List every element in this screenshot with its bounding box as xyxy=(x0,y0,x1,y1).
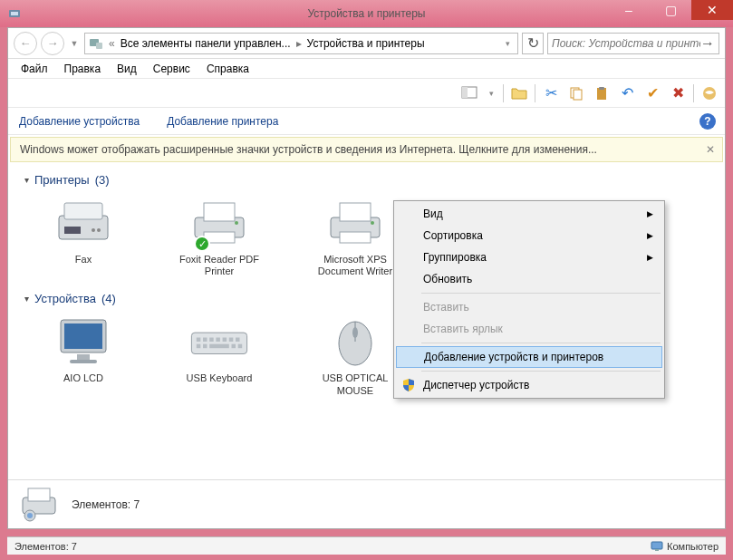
fax-icon xyxy=(51,196,116,250)
collapse-caret[interactable]: ▾ xyxy=(24,294,29,304)
svg-rect-36 xyxy=(197,344,201,349)
undo-icon[interactable]: ↶ xyxy=(617,83,637,103)
banner-close[interactable]: ✕ xyxy=(706,143,715,156)
svg-rect-39 xyxy=(232,344,236,349)
breadcrumb-part1[interactable]: Все элементы панели управлен... xyxy=(121,37,291,50)
device-label: USB Keyboard xyxy=(187,372,253,384)
nav-history-dropdown[interactable]: ▼ xyxy=(68,39,81,48)
folder-icon[interactable] xyxy=(509,83,529,103)
details-pane: Элементов: 7 xyxy=(8,479,725,528)
svg-point-23 xyxy=(371,221,374,225)
collapse-caret[interactable]: ▾ xyxy=(24,175,29,185)
svg-rect-17 xyxy=(204,203,235,221)
breadcrumb-sep: ▸ xyxy=(296,37,302,50)
refresh-button[interactable]: ↻ xyxy=(522,33,544,54)
svg-rect-31 xyxy=(209,338,214,343)
address-dropdown[interactable]: ▾ xyxy=(501,39,514,48)
cm-sep xyxy=(421,293,661,294)
menu-service[interactable]: Сервис xyxy=(146,61,198,77)
device-label: Microsoft XPS Document Writer xyxy=(305,254,405,277)
device-fax[interactable]: Fax xyxy=(34,196,133,277)
help-icon[interactable]: ? xyxy=(699,113,716,130)
svg-rect-32 xyxy=(216,338,220,343)
svg-rect-3 xyxy=(96,43,102,49)
copy-icon[interactable] xyxy=(566,83,586,103)
svg-point-15 xyxy=(97,228,101,232)
device-label: AIO LCD xyxy=(63,372,103,384)
device-monitor[interactable]: AIO LCD xyxy=(34,314,133,396)
maximize-button[interactable]: ▢ xyxy=(650,0,691,20)
search-input[interactable] xyxy=(552,37,700,50)
section-printers[interactable]: ▾ Принтеры (3) xyxy=(24,173,709,187)
cm-paste-shortcut: Вставить ярлык xyxy=(396,318,662,340)
toolbar: ▾ ✂ ↶ ✔ ✖ xyxy=(8,79,725,108)
default-check-icon: ✓ xyxy=(194,236,210,252)
svg-rect-37 xyxy=(203,344,207,349)
menu-help[interactable]: Справка xyxy=(199,61,256,77)
back-button[interactable]: ← xyxy=(14,32,37,55)
extra-icon[interactable] xyxy=(699,83,719,103)
search-go-button[interactable]: → xyxy=(700,35,715,52)
svg-rect-26 xyxy=(77,354,90,360)
svg-point-52 xyxy=(27,513,33,518)
toolbar-dropdown[interactable]: ▾ xyxy=(485,89,497,98)
menu-file[interactable]: Файл xyxy=(14,61,55,77)
cm-sep xyxy=(421,343,661,343)
svg-point-14 xyxy=(92,228,95,232)
device-xps-printer[interactable]: Microsoft XPS Document Writer xyxy=(305,196,405,277)
svg-rect-5 xyxy=(462,87,468,98)
svg-rect-27 xyxy=(70,360,97,363)
toolbar-sep3 xyxy=(693,84,694,102)
delete-icon[interactable]: ✖ xyxy=(668,83,688,103)
device-foxit-printer[interactable]: ✓ Foxit Reader PDF Printer xyxy=(169,196,269,277)
printer-icon: ✓ xyxy=(187,196,252,250)
search-box[interactable]: → xyxy=(547,33,719,54)
keyboard-icon xyxy=(187,314,252,369)
cm-group[interactable]: Группировка▶ xyxy=(396,246,662,268)
content-area[interactable]: ▾ Принтеры (3) Fax ✓ Fo xyxy=(8,164,725,479)
svg-rect-50 xyxy=(28,488,50,501)
printer-summary-icon xyxy=(19,487,59,523)
svg-rect-53 xyxy=(651,542,662,549)
cut-icon[interactable]: ✂ xyxy=(541,83,561,103)
banner-text: Windows может отображать расширенные зна… xyxy=(20,143,597,156)
nav-row: ← → ▼ « Все элементы панели управлен... … xyxy=(8,28,725,59)
svg-rect-40 xyxy=(238,344,243,349)
section-devices-title: Устройства xyxy=(34,292,96,305)
breadcrumb-part2[interactable]: Устройства и принтеры xyxy=(307,37,425,50)
forward-button[interactable]: → xyxy=(41,32,64,55)
cm-sort[interactable]: Сортировка▶ xyxy=(396,225,662,246)
svg-rect-28 xyxy=(191,333,246,353)
titlebar: Устройства и принтеры – ▢ ✕ xyxy=(0,0,733,27)
menu-edit[interactable]: Правка xyxy=(57,61,109,77)
cm-view[interactable]: Вид▶ xyxy=(396,203,662,225)
section-printers-count: (3) xyxy=(95,173,110,187)
paste-icon[interactable] xyxy=(592,83,612,103)
status-right: Компьютер xyxy=(667,541,719,552)
toolbar-sep xyxy=(503,84,504,102)
cm-refresh[interactable]: Обновить xyxy=(396,268,662,290)
device-mouse[interactable]: USB OPTICAL MOUSE xyxy=(305,314,405,396)
device-keyboard[interactable]: USB Keyboard xyxy=(169,314,269,396)
menu-view[interactable]: Вид xyxy=(110,61,144,77)
printer-icon xyxy=(323,196,388,250)
footer-elements: Элементов: 7 xyxy=(72,498,140,511)
cm-device-manager[interactable]: Диспетчер устройств xyxy=(396,374,662,396)
devices-icon xyxy=(89,36,103,51)
info-banner[interactable]: Windows может отображать расширенные зна… xyxy=(10,137,723,162)
section-printers-title: Принтеры xyxy=(34,173,90,187)
organize-icon[interactable] xyxy=(459,83,479,103)
cmd-add-printer[interactable]: Добавление принтера xyxy=(167,115,278,128)
svg-rect-38 xyxy=(209,344,229,349)
shield-icon xyxy=(401,378,416,392)
close-button[interactable]: ✕ xyxy=(691,0,733,20)
cmd-add-device[interactable]: Добавление устройства xyxy=(19,115,140,128)
cm-add-devices[interactable]: Добавление устройств и принтеров xyxy=(396,346,662,368)
svg-rect-34 xyxy=(229,338,233,343)
svg-rect-21 xyxy=(340,203,371,221)
redo-icon[interactable]: ✔ xyxy=(642,83,662,103)
breadcrumb-prefix: « xyxy=(109,37,115,50)
minimize-button[interactable]: – xyxy=(608,0,650,20)
svg-rect-7 xyxy=(574,90,582,100)
address-bar[interactable]: « Все элементы панели управлен... ▸ Устр… xyxy=(84,33,518,54)
